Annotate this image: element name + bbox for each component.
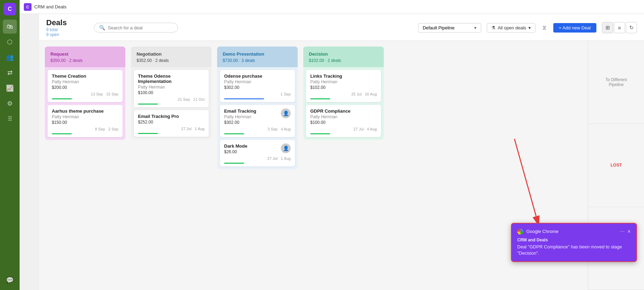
sidebar-icon-shopping[interactable]: 🛍 — [3, 20, 17, 34]
deal-amount: $200.00 — [52, 85, 118, 90]
notification-popup: Google Chrome ··· × CRM and Deals Deal "… — [511, 223, 637, 262]
column-title-negotiation: Negotiation — [137, 51, 206, 57]
filter-button[interactable]: ⚗ All open deals ▾ — [487, 23, 535, 33]
deal-dates: 1 Sep — [224, 92, 291, 96]
filter-funnel-icon: ⚗ — [491, 25, 496, 30]
column-demo: Demo Presentation $730.00 · 3 deals Oden… — [217, 47, 298, 169]
deal-avatar: 👤 — [281, 143, 291, 153]
deal-progress — [224, 163, 244, 164]
deal-amount: $150.00 — [52, 120, 118, 125]
column-negotiation: Negotiation $352.00 · 2 deals Theme Oden… — [131, 47, 212, 140]
sidebar-icon-grid[interactable]: ⠿ — [3, 112, 17, 126]
lost-section: LOST — [588, 124, 644, 207]
deal-amount: $302.00 — [224, 85, 291, 90]
deal-person: Patty Herrman — [52, 79, 118, 84]
pipeline-selected-label: Default Pipeline — [423, 25, 455, 30]
deal-amount: $102.00 — [310, 85, 377, 90]
filter-icon-button[interactable]: ⧖ — [541, 23, 548, 32]
column-stats-decision: $102.00 · 2 deals — [309, 58, 378, 63]
deal-card-email-tracking-pro[interactable]: Email Tracking Pro $252.00 27 Jul 1 Aug — [134, 110, 209, 137]
deal-person: Patty Herrman — [138, 85, 205, 90]
deal-person: Patty Herrman — [224, 79, 291, 84]
deal-progress — [224, 133, 244, 134]
search-input[interactable] — [108, 25, 173, 30]
notification-header: Google Chrome ··· × — [517, 228, 631, 235]
deal-card-odense-purchase[interactable]: Odense purchase Patty Herrman $302.00 1 … — [220, 70, 295, 102]
deal-progress — [138, 104, 158, 105]
deal-dates: 27 Jul 1 Aug — [138, 127, 205, 131]
column-body-demo: Odense purchase Patty Herrman $302.00 1 … — [217, 67, 298, 169]
deal-title: Odense purchase — [224, 73, 291, 79]
deal-progress — [310, 133, 330, 134]
pipeline-select[interactable]: Default Pipeline ▾ — [418, 23, 481, 33]
deal-card-odense-impl[interactable]: Theme Odense Implementation Patty Herrma… — [134, 70, 209, 107]
deal-avatar: 👤 — [281, 108, 291, 118]
deal-card-aarhus[interactable]: Aarhus theme purchase Patty Herrman $150… — [48, 105, 123, 137]
sidebar-icon-arrows[interactable]: ⇄ — [3, 66, 17, 80]
deal-title: Email Tracking — [224, 108, 256, 114]
sidebar: C 🛍 ⬡ 👥 ⇄ 📈 ⚙ ⠿ 💬 — [0, 0, 20, 290]
chrome-icon — [517, 228, 524, 235]
notification-browser-label: Google Chrome — [526, 229, 559, 234]
deal-amount: $252.00 — [138, 120, 205, 125]
column-title-demo: Demo Presentation — [223, 51, 292, 57]
deal-title: GDPR Compliance — [310, 108, 377, 114]
list-view-button[interactable]: ≡ — [614, 22, 625, 33]
deal-dates: 13 Sep 15 Sep — [52, 92, 118, 96]
filter-arrow-icon: ▾ — [528, 25, 531, 30]
deal-card-email-tracking[interactable]: Email Tracking Patty Herrman $302.00 👤 3… — [220, 105, 295, 137]
deal-card-dark-mode[interactable]: Dark Mode $26.00 👤 27 Jul 1 Aug — [220, 140, 295, 167]
page-title-block: Deals 9 total 9 open — [46, 18, 88, 37]
deal-title: Theme Creation — [52, 73, 118, 79]
sidebar-icon-chart[interactable]: 📈 — [3, 81, 17, 95]
column-body-request: Theme Creation Patty Herrman $200.00 13 … — [45, 67, 125, 140]
sidebar-icon-cube[interactable]: ⬡ — [3, 35, 17, 49]
deal-progress — [224, 98, 264, 99]
page-title: Deals — [46, 18, 88, 27]
to-different-pipeline-label: To DifferentPipeline — [605, 77, 627, 87]
deal-title: Email Tracking Pro — [138, 114, 205, 119]
app-logo[interactable]: C — [4, 3, 16, 15]
column-stats-request: $350.00 · 2 deals — [50, 58, 120, 63]
sidebar-icon-users[interactable]: 👥 — [3, 50, 17, 64]
deal-person: Patty Herrman — [224, 114, 256, 119]
search-box[interactable]: 🔍 — [94, 23, 178, 33]
refresh-button[interactable]: ↻ — [626, 22, 637, 33]
column-stats-negotiation: $352.00 · 2 deals — [137, 58, 206, 63]
notification-close-button[interactable]: × — [628, 228, 631, 235]
notification-dots[interactable]: ··· — [620, 228, 624, 235]
column-decision: Decision $102.00 · 2 deals Links Trackin… — [303, 47, 384, 140]
deal-amount: $302.00 — [224, 120, 256, 125]
add-deal-button[interactable]: + Add new Deal — [553, 23, 596, 33]
deal-title: Theme Odense Implementation — [138, 73, 205, 84]
deal-amount: $100.00 — [138, 90, 205, 95]
deal-card-gdpr[interactable]: GDPR Compliance Patty Herrman $100.00 27… — [306, 105, 381, 137]
kanban-view-button[interactable]: ⊞ — [602, 22, 613, 33]
lost-label: LOST — [611, 163, 622, 168]
deal-dates: 3 Sep 4 Aug — [224, 127, 291, 131]
deal-dates: 21 Sep 11 Oct — [138, 97, 205, 101]
notification-app-name: CRM and Deals — [517, 238, 631, 242]
deal-card-links-tracking[interactable]: Links Tracking Patty Herrman $102.00 25 … — [306, 70, 381, 102]
search-icon: 🔍 — [99, 25, 105, 30]
page-subtitle-open: 9 open — [46, 32, 88, 37]
deal-dates: 27 Jul 4 Aug — [310, 127, 377, 131]
deal-card-theme-creation[interactable]: Theme Creation Patty Herrman $200.00 13 … — [48, 70, 123, 102]
deal-progress — [52, 133, 72, 134]
deal-title: Aarhus theme purchase — [52, 108, 118, 114]
deal-title: Dark Mode — [224, 143, 247, 149]
column-title-decision: Decision — [309, 51, 378, 57]
deal-dates: 27 Jul 1 Aug — [224, 156, 291, 161]
column-body-negotiation: Theme Odense Implementation Patty Herrma… — [131, 67, 212, 140]
deal-dates: 8 Sep 2 Sep — [52, 127, 118, 131]
deal-title: Links Tracking — [310, 73, 377, 79]
deal-amount: $100.00 — [310, 120, 377, 125]
page-header: Deals 9 total 9 open 🔍 Default Pipeline … — [39, 14, 644, 41]
column-request: Request $350.00 · 2 deals Theme Creation… — [45, 47, 125, 140]
column-title-request: Request — [50, 51, 120, 57]
deal-dates: 25 Jul 16 Aug — [310, 92, 377, 96]
sidebar-icon-chat[interactable]: 💬 — [3, 273, 17, 287]
deal-person: Patty Herrman — [310, 114, 377, 119]
sidebar-icon-gear[interactable]: ⚙ — [3, 97, 17, 111]
page-subtitle-total: 9 total — [46, 27, 88, 32]
